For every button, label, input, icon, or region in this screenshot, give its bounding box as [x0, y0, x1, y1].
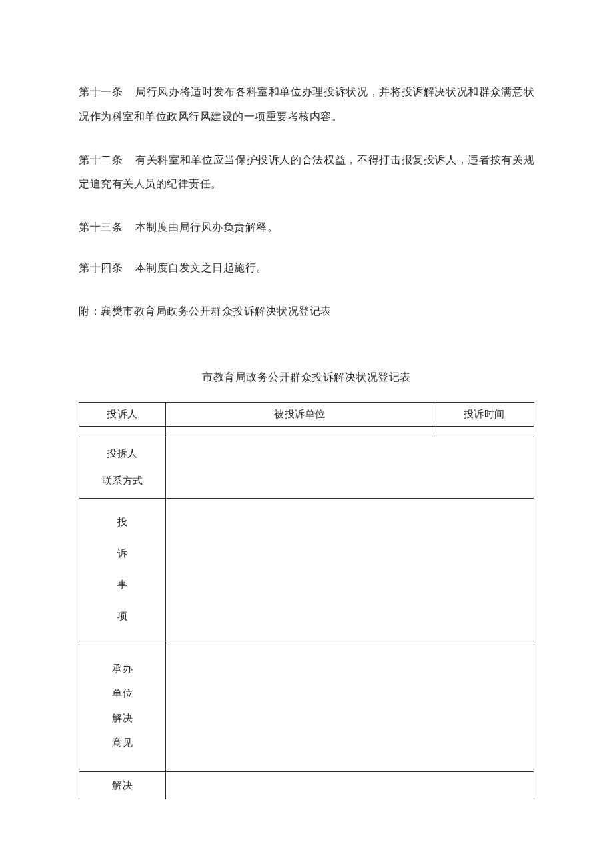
cell-blank — [166, 426, 434, 437]
label-complainant2-line2: 联系方式 — [102, 475, 143, 487]
cell-contact-value — [166, 437, 534, 498]
article-12-label: 第十二条 — [79, 154, 123, 165]
article-11-text: 局行风办将适时发布各科室和单位办理投诉状况，并将投诉解决状况和群众满意状况作为科… — [79, 86, 534, 122]
cell-complainant-contact: 投拆人 联系方式 — [79, 437, 166, 498]
cell-handling-opinion: 承办 单位 解决 意见 — [79, 641, 166, 771]
table-row — [79, 426, 534, 437]
table-row: 投拆人 联系方式 — [79, 437, 534, 498]
article-11-label: 第十一条 — [79, 86, 123, 97]
table-row: 承办 单位 解决 意见 — [79, 641, 534, 771]
attachment-label: 附： — [79, 305, 101, 317]
article-13-text: 本制度由局行风办负责解释。 — [135, 221, 279, 233]
article-14: 第十四条 本制度自发文之日起施行。 — [79, 256, 534, 281]
label-handling-l1: 承办 — [112, 663, 133, 675]
attachment-text: 襄樊市教育局政务公开群众投诉解决状况登记表 — [101, 305, 332, 317]
attachment-line: 附：襄樊市教育局政务公开群众投诉解决状况登记表 — [79, 299, 534, 324]
article-13-label: 第十三条 — [79, 221, 123, 233]
article-12: 第十二条 有关科室和单位应当保护投诉人的合法权益，不得打击报复投诉人，违者按有关… — [79, 148, 534, 197]
cell-respondent-unit: 被投诉单位 — [166, 402, 434, 426]
label-handling-l2: 单位 — [112, 687, 133, 700]
article-12-text: 有关科室和单位应当保护投诉人的合法权益，不得打击报复投诉人，违者按有关规定追究有… — [79, 154, 534, 190]
table-title: 市教育局政务公开群众投诉解决状况登记表 — [79, 371, 534, 385]
label-matters-c1: 投 — [117, 516, 128, 529]
stack: 投拆人 联系方式 — [79, 437, 165, 498]
cell-blank — [434, 426, 534, 437]
cell-result: 解决 — [79, 771, 166, 799]
label-complainant: 投诉人 — [107, 409, 138, 419]
article-11: 第十一条 局行风办将适时发布各科室和单位办理投诉状况，并将投诉解决状况和群众满意… — [79, 80, 534, 129]
registration-form-table: 投诉人 被投诉单位 投诉时间 投拆人 联系方式 投 诉 — [79, 402, 534, 800]
label-handling-l3: 解决 — [112, 712, 133, 725]
article-14-text: 本制度自发文之日起施行。 — [135, 262, 267, 273]
label-complainant2-line1: 投拆人 — [107, 447, 138, 460]
article-14-label: 第十四条 — [79, 262, 123, 273]
document-page: 第十一条 局行风办将适时发布各科室和单位办理投诉状况，并将投诉解决状况和群众满意… — [0, 0, 613, 868]
cell-opinion-value — [166, 641, 534, 771]
cell-matters-value — [166, 498, 534, 641]
table-row: 投诉人 被投诉单位 投诉时间 — [79, 402, 534, 426]
label-matters-c3: 事 — [117, 579, 128, 591]
label-respondent-unit: 被投诉单位 — [274, 409, 326, 419]
label-matters-c4: 项 — [117, 610, 128, 623]
cell-complaint-matters: 投 诉 事 项 — [79, 498, 166, 641]
article-13: 第十三条 本制度由局行风办负责解释。 — [79, 215, 534, 240]
cell-complainant: 投诉人 — [79, 402, 166, 426]
label-complaint-time: 投诉时间 — [464, 409, 505, 419]
cell-complaint-time: 投诉时间 — [434, 402, 534, 426]
label-handling-l4: 意见 — [112, 737, 133, 749]
cell-result-value — [166, 771, 534, 799]
stack: 承办 单位 解决 意见 — [79, 641, 165, 771]
label-result-l1: 解决 — [112, 780, 133, 791]
table-row: 解决 — [79, 771, 534, 799]
cell-blank — [79, 426, 166, 437]
stack: 投 诉 事 项 — [79, 499, 165, 641]
table-row: 投 诉 事 项 — [79, 498, 534, 641]
label-matters-c2: 诉 — [117, 547, 128, 560]
